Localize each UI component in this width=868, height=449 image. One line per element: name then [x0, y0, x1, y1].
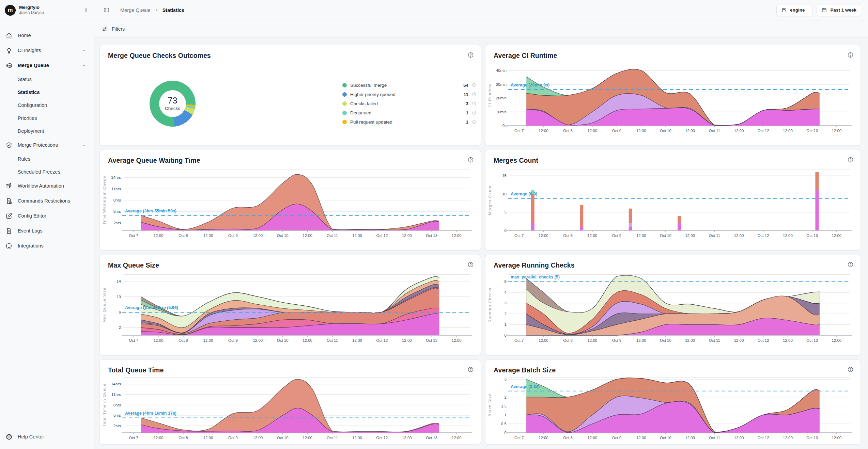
sidebar-item-label: Workflow Automation	[18, 183, 64, 189]
card-title: Merges Count	[494, 157, 538, 164]
svg-text:Oct 12: Oct 12	[376, 436, 388, 440]
svg-text:Oct 8: Oct 8	[179, 338, 188, 342]
help-icon[interactable]	[467, 52, 474, 60]
sidebar-item-status[interactable]: Status	[4, 73, 90, 86]
legend-label: Dequeued	[350, 110, 462, 115]
sidebar-toggle-button[interactable]	[101, 5, 112, 16]
sidebar-item-workflow-automation[interactable]: Workflow Automation	[4, 178, 90, 193]
help-icon[interactable]	[467, 261, 474, 269]
svg-text:Oct 12: Oct 12	[376, 234, 388, 238]
legend-dot	[342, 120, 347, 124]
legend-item-higher-priority-queued[interactable]: Higher priority queued11	[342, 90, 477, 99]
sidebar-item-scheduled-freezes[interactable]: Scheduled Freezes	[4, 165, 90, 178]
svg-text:12:00: 12:00	[832, 234, 841, 238]
svg-text:12:00: 12:00	[303, 338, 312, 342]
legend-item-checks-failed[interactable]: Checks failed3	[342, 99, 477, 108]
legend-item-successful-merge[interactable]: Successful merge54	[342, 81, 477, 90]
svg-text:12:00: 12:00	[303, 234, 312, 238]
help-icon[interactable]	[467, 157, 474, 164]
chevron-up-icon	[81, 142, 87, 148]
time-range-label: Past 1 week	[830, 7, 856, 13]
breadcrumb-merge-queue[interactable]: Merge Queue	[120, 7, 151, 13]
svg-text:11hrs: 11hrs	[111, 187, 121, 191]
svg-text:0s: 0s	[502, 124, 507, 128]
svg-text:Oct 8: Oct 8	[563, 129, 572, 133]
svg-text:3: 3	[505, 301, 507, 305]
sidebar-item-priorities[interactable]: Priorities	[4, 112, 90, 125]
legend-item-dequeued[interactable]: Dequeued1	[342, 108, 477, 117]
svg-text:Oct 11: Oct 11	[709, 338, 720, 342]
help-icon[interactable]	[847, 366, 854, 374]
sidebar-item-home[interactable]: Home	[4, 28, 90, 43]
svg-text:Oct 11: Oct 11	[327, 436, 338, 440]
svg-text:1: 1	[505, 322, 507, 326]
svg-text:11hrs: 11hrs	[111, 392, 121, 397]
svg-text:40min: 40min	[496, 68, 507, 73]
svg-text:12:00: 12:00	[832, 338, 841, 342]
legend-dot	[342, 101, 347, 106]
svg-text:12:00: 12:00	[154, 436, 164, 440]
chevron-down-icon	[81, 48, 87, 53]
info-icon[interactable]	[472, 83, 477, 87]
svg-text:Oct 10: Oct 10	[277, 436, 289, 440]
svg-text:Oct 10: Oct 10	[277, 338, 289, 342]
sidebar-nav: HomeCI InsightsMerge QueueStatusStatisti…	[0, 20, 94, 429]
average-label: Average (8.8)	[511, 192, 537, 196]
sidebar-item-merge-queue[interactable]: Merge Queue	[4, 58, 90, 73]
svg-text:10: 10	[117, 295, 121, 299]
sidebar-item-merge-protections[interactable]: Merge Protections	[4, 138, 90, 153]
time-range-button[interactable]: Past 1 week	[817, 4, 861, 16]
card-title: Merge Queue Checks Outcomes	[108, 52, 211, 60]
svg-text:Oct 12: Oct 12	[758, 436, 769, 440]
sidebar-item-statistics[interactable]: Statistics	[4, 86, 90, 99]
sidebar-item-label: CI Insights	[18, 48, 41, 53]
svg-text:Oct 7: Oct 7	[514, 234, 524, 238]
legend-label: Successful merge	[350, 83, 460, 88]
svg-text:12:00: 12:00	[203, 436, 213, 440]
repository-selector[interactable]: engine	[776, 4, 813, 16]
svg-text:8hrs: 8hrs	[113, 198, 121, 202]
sidebar-item-integrations[interactable]: Integrations	[4, 238, 90, 253]
help-icon[interactable]	[467, 366, 474, 374]
filters-bar: Filters	[94, 20, 868, 38]
svg-text:12:00: 12:00	[303, 436, 312, 440]
bar-segment	[629, 209, 632, 223]
chart-card-queue-waiting: Average Queue Waiting Time2hrs5hrs8hrs11…	[99, 150, 481, 251]
svg-text:12:00: 12:00	[452, 436, 462, 440]
sidebar-item-commands-restrictions[interactable]: Commands Restrictions	[4, 193, 90, 208]
svg-text:12:00: 12:00	[539, 436, 548, 440]
svg-text:Oct 9: Oct 9	[612, 338, 621, 342]
sidebar-item-rules[interactable]: Rules	[4, 153, 90, 165]
repository-selector-label: engine	[790, 7, 805, 13]
card-merge-queue-checks-outcomes: Merge Queue Checks Outcomes 73 Checks Su…	[99, 45, 481, 146]
sidebar-item-event-logs[interactable]: Event Logs	[4, 223, 90, 238]
svg-text:5: 5	[505, 210, 507, 214]
sidebar-item-configuration[interactable]: Configuration	[4, 99, 90, 112]
filters-label[interactable]: Filters	[112, 26, 125, 32]
org-switcher[interactable]: m Mergifyio Julien Danjou	[0, 0, 94, 20]
info-icon[interactable]	[472, 119, 477, 124]
help-icon[interactable]	[847, 261, 854, 269]
help-icon[interactable]	[847, 52, 854, 60]
average-label: max_parallel_checks (5)	[511, 275, 560, 279]
info-icon[interactable]	[472, 92, 477, 97]
sidebar-item-config-editor[interactable]: Config Editor	[4, 208, 90, 223]
svg-text:Oct 12: Oct 12	[758, 338, 769, 342]
legend-item-pull-request-updated[interactable]: Pull request updated1	[342, 117, 477, 127]
sidebar-item-help-center[interactable]: Help Center	[4, 429, 90, 444]
svg-text:12:00: 12:00	[352, 436, 362, 440]
legend-dot	[342, 83, 347, 87]
svg-text:12:00: 12:00	[734, 436, 744, 440]
y-axis-title: Max Queue Size	[102, 287, 106, 322]
info-icon[interactable]	[472, 110, 477, 115]
help-icon[interactable]	[847, 157, 854, 164]
puzzle-icon	[5, 242, 13, 250]
legend-label: Checks failed	[350, 101, 462, 106]
sidebar-item-ci-insights[interactable]: CI Insights	[4, 43, 90, 58]
info-icon[interactable]	[472, 101, 477, 106]
svg-text:10: 10	[502, 192, 507, 196]
sidebar-item-deployment[interactable]: Deployment	[4, 125, 90, 138]
card-title: Average Batch Size	[494, 366, 556, 374]
svg-text:5hrs: 5hrs	[113, 209, 121, 213]
chevron-updown-icon	[83, 7, 89, 13]
